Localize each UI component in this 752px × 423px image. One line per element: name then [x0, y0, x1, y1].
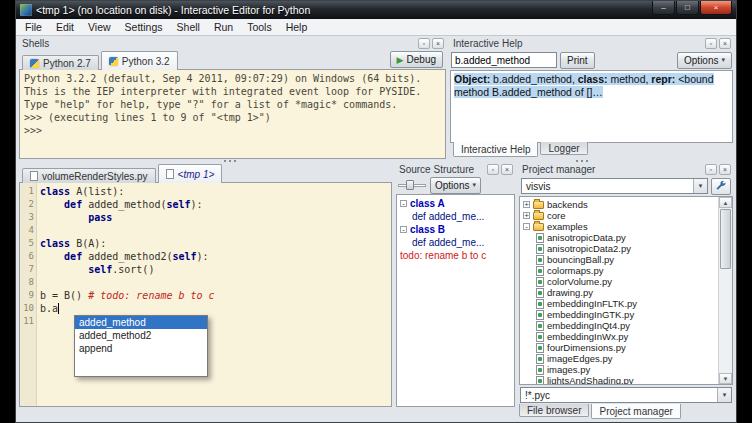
folder-icon	[533, 223, 544, 231]
menu-edit[interactable]: Edit	[49, 21, 81, 33]
source-item-class[interactable]: -class A	[399, 197, 514, 210]
project-tree-item[interactable]: lightsAndShading.py	[522, 375, 718, 384]
project-tree-item[interactable]: embeddingInFLTK.py	[522, 298, 718, 309]
project-tree-item[interactable]: colormaps.py	[522, 265, 718, 276]
shell-tab-2[interactable]: Python 3.2	[101, 51, 178, 70]
source-item-class[interactable]: -class B	[399, 223, 514, 236]
project-tree-item[interactable]: images.py	[522, 364, 718, 375]
code-token: b = B()	[40, 290, 88, 301]
minimize-icon[interactable]: –	[652, 1, 675, 15]
project-item-label: core	[547, 210, 565, 221]
project-item-label: colorVolume.py	[547, 276, 612, 287]
python-file-icon	[536, 277, 544, 287]
help-text-part: b.added_method,	[490, 73, 578, 85]
splitter-handle[interactable]	[224, 160, 239, 162]
python-file-icon	[536, 376, 544, 385]
menu-view[interactable]: View	[81, 21, 118, 33]
editor-tab-2[interactable]: <tmp 1>	[158, 164, 223, 183]
shell-tab-1[interactable]: Python 2.7	[22, 55, 99, 70]
tree-expander-icon[interactable]: +	[523, 201, 530, 208]
title-bar[interactable]: <tmp 1> (no location on disk) - Interact…	[16, 1, 736, 19]
close-panel-icon[interactable]: ×	[719, 38, 731, 49]
project-tree-item[interactable]: +backends	[522, 199, 718, 210]
source-item-def[interactable]: def added_me...	[399, 210, 514, 223]
print-button[interactable]: Print	[560, 52, 595, 69]
help-options-button[interactable]: Options ▾	[677, 52, 732, 69]
project-item-label: anisotropicData.py	[547, 232, 626, 243]
autocomplete-item[interactable]: added_method	[75, 316, 207, 329]
depth-slider[interactable]	[398, 179, 426, 191]
project-item-label: colormaps.py	[547, 265, 604, 276]
project-tree-item[interactable]: +core	[522, 210, 718, 221]
source-options-button[interactable]: Options ▾	[430, 177, 481, 194]
float-panel-icon[interactable]: ▫	[705, 164, 717, 175]
tree-expander-icon[interactable]: -	[523, 223, 530, 230]
chevron-down-icon: ▾	[723, 391, 727, 399]
menu-shell[interactable]: Shell	[170, 21, 207, 33]
project-tree-item[interactable]: embeddingInQt4.py	[522, 320, 718, 331]
project-tree: +backends+core-examplesanisotropicData.p…	[519, 196, 733, 385]
code-line	[40, 276, 391, 289]
project-tree-item[interactable]: anisotropicData2.py	[522, 243, 718, 254]
splitter-handle[interactable]	[576, 160, 591, 162]
file-filter-select[interactable]: !*.pyc ▾	[520, 387, 732, 403]
shell-output[interactable]: Python 3.2.2 (default, Sep 4 2011, 09:07…	[19, 69, 446, 159]
help-tab-logger[interactable]: Logger	[540, 142, 587, 155]
close-panel-icon[interactable]: ×	[432, 38, 444, 49]
menu-tools[interactable]: Tools	[240, 21, 279, 33]
help-tab-interactive-help[interactable]: Interactive Help	[453, 142, 538, 157]
scroll-down-icon[interactable]: ▼	[719, 373, 732, 384]
menu-run[interactable]: Run	[207, 21, 240, 33]
dock-tab-project-manager[interactable]: Project manager	[591, 404, 680, 419]
menu-bar: FileEditViewSettingsShellRunToolsHelp	[16, 19, 736, 36]
project-select[interactable]: visvis ▾	[521, 178, 708, 194]
dock-tab-file-browser[interactable]: File browser	[519, 404, 589, 417]
menu-settings[interactable]: Settings	[118, 21, 170, 33]
source-controls: Options ▾	[396, 176, 515, 194]
project-tree-item[interactable]: bouncingBall.py	[522, 254, 718, 265]
close-icon[interactable]: ×	[700, 1, 732, 15]
options-label: Options	[684, 55, 718, 66]
shell-line: Python 3.2.2 (default, Sep 4 2011, 09:07…	[24, 72, 441, 85]
vertical-scrollbar[interactable]: ▲ ▼	[718, 197, 732, 384]
tree-expander-icon[interactable]: +	[523, 212, 530, 219]
menu-file[interactable]: File	[18, 21, 49, 33]
float-panel-icon[interactable]: ▫	[487, 164, 499, 175]
debug-button[interactable]: ▶ Debug	[390, 51, 443, 68]
scrollbar-thumb[interactable]	[720, 209, 731, 269]
project-tree-item[interactable]: imageEdges.py	[522, 353, 718, 364]
project-tree-item[interactable]: embeddingInWx.py	[522, 331, 718, 342]
help-content[interactable]: Object: b.added_method, class: method, r…	[450, 70, 733, 143]
code-line: self.sort()	[40, 263, 391, 276]
project-tree-item[interactable]: colorVolume.py	[522, 276, 718, 287]
tree-expander-icon[interactable]: -	[400, 200, 407, 207]
project-config-button[interactable]	[711, 178, 731, 195]
scroll-up-icon[interactable]: ▲	[719, 197, 732, 208]
code-token: B(A):	[70, 238, 106, 249]
help-query-input[interactable]	[451, 52, 557, 68]
tree-expander-icon[interactable]: -	[400, 226, 407, 233]
source-item-todo[interactable]: todo: rename b to c	[399, 249, 514, 262]
close-panel-icon[interactable]: ×	[719, 164, 731, 175]
project-tree-item[interactable]: anisotropicData.py	[522, 232, 718, 243]
menu-help[interactable]: Help	[279, 21, 315, 33]
project-tree-item[interactable]: -examples	[522, 221, 718, 232]
close-panel-icon[interactable]: ×	[501, 164, 513, 175]
project-tree-item[interactable]: embeddingInGTK.py	[522, 309, 718, 320]
autocomplete-item[interactable]: append	[75, 342, 207, 355]
help-dock-tabs: Interactive HelpLogger	[450, 143, 733, 159]
float-panel-icon[interactable]: ▫	[418, 38, 430, 49]
project-item-label: fourDimensions.py	[547, 342, 626, 353]
combo-arrow[interactable]: ▾	[717, 388, 731, 402]
python-icon	[109, 57, 118, 66]
maximize-icon[interactable]: □	[676, 1, 699, 15]
combo-arrow[interactable]: ▾	[693, 179, 707, 193]
autocomplete-item[interactable]: added_method2	[75, 329, 207, 342]
float-panel-icon[interactable]: ▫	[705, 38, 717, 49]
slider-handle[interactable]	[406, 180, 414, 190]
editor-tab-1[interactable]: volumeRenderStyles.py	[22, 168, 156, 183]
scrollbar-track[interactable]	[719, 208, 732, 373]
project-tree-item[interactable]: fourDimensions.py	[522, 342, 718, 353]
source-item-def[interactable]: def added_me...	[399, 236, 514, 249]
project-tree-item[interactable]: drawing.py	[522, 287, 718, 298]
